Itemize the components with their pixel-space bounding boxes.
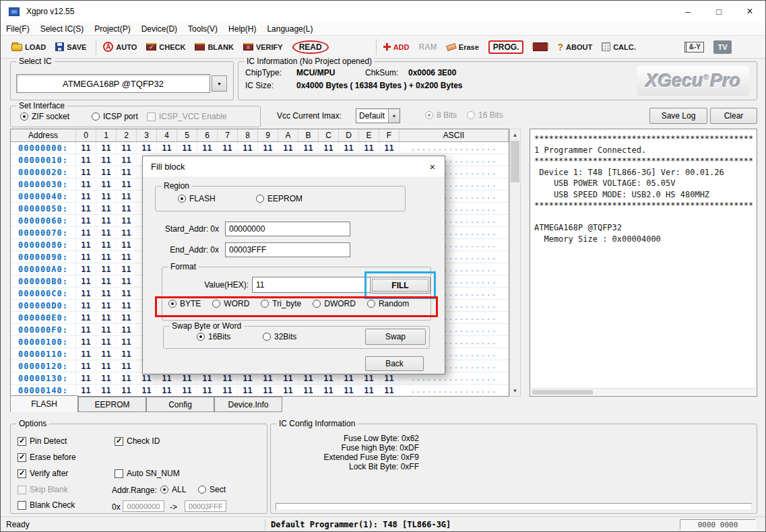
hex-byte-cell[interactable]: 11 bbox=[238, 142, 258, 154]
icsp-vcc-enable-checkbox[interactable]: ICSP_VCC Enable bbox=[147, 112, 227, 121]
menu-item-4[interactable]: Tools(V) bbox=[183, 22, 223, 36]
mode-radio-byte[interactable]: BYTE bbox=[168, 299, 201, 308]
hex-byte-cell[interactable]: 11 bbox=[96, 312, 117, 323]
hex-byte-cell[interactable]: 11 bbox=[76, 203, 96, 214]
range-start-input[interactable]: 00000000 bbox=[123, 500, 164, 512]
menu-item-2[interactable]: Project(P) bbox=[89, 22, 135, 36]
tab-config[interactable]: Config bbox=[146, 397, 214, 412]
menu-item-6[interactable]: Language(L) bbox=[261, 22, 318, 36]
toolbar-save-button[interactable]: SAVE bbox=[54, 38, 88, 56]
hex-byte-cell[interactable]: 11 bbox=[96, 263, 117, 275]
hex-byte-cell[interactable]: 11 bbox=[157, 142, 177, 154]
toolbar-calc-button[interactable]: CALC. bbox=[600, 38, 637, 56]
minimize-button[interactable]: – bbox=[672, 1, 703, 22]
hex-byte-cell[interactable]: 11 bbox=[117, 191, 137, 202]
hex-byte-cell[interactable]: 11 bbox=[96, 360, 117, 372]
hex-byte-cell[interactable]: 11 bbox=[96, 288, 117, 299]
hex-byte-cell[interactable]: 11 bbox=[117, 142, 137, 154]
hex-byte-cell[interactable]: 11 bbox=[96, 348, 117, 360]
mode-radio-tri_byte[interactable]: Tri_byte bbox=[261, 299, 301, 308]
hex-byte-cell[interactable]: 11 bbox=[76, 385, 96, 396]
zif-socket-radio[interactable]: ZIF socket bbox=[20, 112, 69, 121]
hex-byte-cell[interactable]: 11 bbox=[117, 336, 137, 347]
tab-flash[interactable]: FLASH bbox=[10, 395, 78, 412]
toolbar-prog-button[interactable]: PROG. bbox=[487, 38, 525, 56]
mode-radio-random[interactable]: Random bbox=[367, 299, 409, 308]
end-addr-input[interactable]: 00003FFF bbox=[225, 242, 350, 257]
hex-byte-cell[interactable]: 11 bbox=[76, 324, 96, 335]
skip-blank-checkbox[interactable]: Skip Blank bbox=[18, 485, 68, 494]
erase-before-checkbox[interactable]: Erase before bbox=[18, 453, 76, 462]
hex-byte-cell[interactable]: 11 bbox=[76, 360, 96, 372]
toolbar-logic-button[interactable]: &-Y bbox=[683, 38, 705, 56]
hex-byte-cell[interactable]: 11 bbox=[76, 275, 96, 287]
8-bits-radio[interactable]: 8 Bits bbox=[425, 110, 457, 120]
toolbar-about-button[interactable]: ABOUT bbox=[556, 38, 594, 56]
hex-byte-cell[interactable]: 11 bbox=[76, 372, 96, 384]
scroll-up-icon[interactable]: ▲ bbox=[510, 129, 520, 140]
mode-radio-dword[interactable]: DWORD bbox=[313, 299, 356, 308]
hex-byte-cell[interactable]: 11 bbox=[117, 372, 137, 384]
save-log-button[interactable]: Save Log bbox=[649, 108, 707, 124]
hex-byte-cell[interactable]: 11 bbox=[96, 203, 117, 214]
value-hex-input[interactable]: 11 bbox=[252, 277, 379, 293]
hex-byte-cell[interactable]: 11 bbox=[96, 336, 117, 347]
hex-byte-cell[interactable]: 11 bbox=[117, 178, 137, 190]
hex-byte-cell[interactable]: 11 bbox=[96, 227, 117, 238]
close-button[interactable]: × bbox=[734, 1, 765, 22]
hex-byte-cell[interactable]: 11 bbox=[157, 385, 177, 396]
hex-byte-cell[interactable]: 11 bbox=[76, 336, 96, 347]
toolbar-chip-button[interactable] bbox=[532, 38, 549, 56]
hex-byte-cell[interactable]: 11 bbox=[76, 300, 96, 311]
hex-byte-cell[interactable]: 11 bbox=[117, 360, 137, 372]
toolbar-check-button[interactable]: CHECK bbox=[145, 38, 187, 56]
blank-check-checkbox[interactable]: Blank Check bbox=[18, 500, 75, 510]
verify-after-checkbox[interactable]: Verify after bbox=[18, 469, 68, 478]
hex-byte-cell[interactable]: 11 bbox=[339, 142, 359, 154]
hex-byte-cell[interactable]: 11 bbox=[278, 142, 298, 154]
flash-region-radio[interactable]: FLASH bbox=[178, 194, 216, 203]
hex-byte-cell[interactable]: 11 bbox=[177, 142, 197, 154]
hex-byte-cell[interactable]: 11 bbox=[379, 385, 400, 396]
32bits-swap-radio[interactable]: 32Bits bbox=[263, 332, 296, 341]
hex-byte-cell[interactable]: 11 bbox=[177, 385, 197, 396]
check-id-checkbox[interactable]: Check ID bbox=[115, 436, 160, 446]
toolbar-add-button[interactable]: ADD bbox=[382, 38, 411, 56]
menu-item-0[interactable]: File(F) bbox=[1, 22, 35, 36]
hex-byte-cell[interactable]: 11 bbox=[76, 312, 96, 323]
hex-byte-cell[interactable]: 11 bbox=[76, 191, 96, 202]
16bits-swap-radio[interactable]: 16Bits bbox=[197, 332, 230, 341]
toolbar-read-button[interactable]: READ bbox=[291, 38, 330, 56]
toolbar-verify-button[interactable]: VERIFY bbox=[242, 38, 284, 56]
hex-byte-cell[interactable]: 11 bbox=[76, 251, 96, 263]
addr-range-sect-radio[interactable]: Sect bbox=[198, 485, 226, 494]
menu-item-1[interactable]: Select IC(S) bbox=[35, 22, 90, 36]
scroll-down-icon[interactable]: ▼ bbox=[510, 385, 520, 396]
hex-byte-cell[interactable]: 11 bbox=[339, 385, 359, 396]
hex-byte-cell[interactable]: 11 bbox=[117, 275, 137, 287]
hex-byte-cell[interactable]: 11 bbox=[117, 300, 137, 311]
hex-byte-cell[interactable]: 11 bbox=[117, 251, 137, 263]
hex-byte-cell[interactable]: 11 bbox=[76, 166, 96, 178]
hex-byte-cell[interactable]: 11 bbox=[117, 263, 137, 275]
clear-button[interactable]: Clear bbox=[710, 108, 757, 124]
hex-byte-cell[interactable]: 11 bbox=[76, 239, 96, 251]
eeprom-region-radio[interactable]: EEPROM bbox=[256, 194, 302, 203]
hex-byte-cell[interactable]: 11 bbox=[117, 227, 137, 238]
hex-byte-cell[interactable]: 11 bbox=[117, 324, 137, 335]
mode-radio-word[interactable]: WORD bbox=[212, 299, 249, 308]
hex-byte-cell[interactable]: 11 bbox=[96, 215, 117, 226]
hex-byte-cell[interactable]: 11 bbox=[76, 263, 96, 275]
addr-range-all-radio[interactable]: ALL bbox=[160, 485, 186, 494]
chevron-down-icon[interactable]: ▼ bbox=[388, 109, 400, 123]
scrollbar-thumb[interactable] bbox=[511, 141, 519, 182]
hex-byte-cell[interactable]: 11 bbox=[117, 166, 137, 178]
dialog-close-icon[interactable]: × bbox=[423, 158, 442, 175]
icsp-port-radio[interactable]: ICSP port bbox=[92, 112, 138, 121]
fill-button[interactable]: FILL bbox=[370, 277, 430, 294]
hex-byte-cell[interactable]: 11 bbox=[96, 251, 117, 263]
hex-byte-cell[interactable]: 11 bbox=[319, 385, 339, 396]
hex-byte-cell[interactable]: 11 bbox=[117, 312, 137, 323]
hex-byte-cell[interactable]: 11 bbox=[379, 142, 400, 154]
hex-byte-cell[interactable]: 11 bbox=[96, 372, 117, 384]
